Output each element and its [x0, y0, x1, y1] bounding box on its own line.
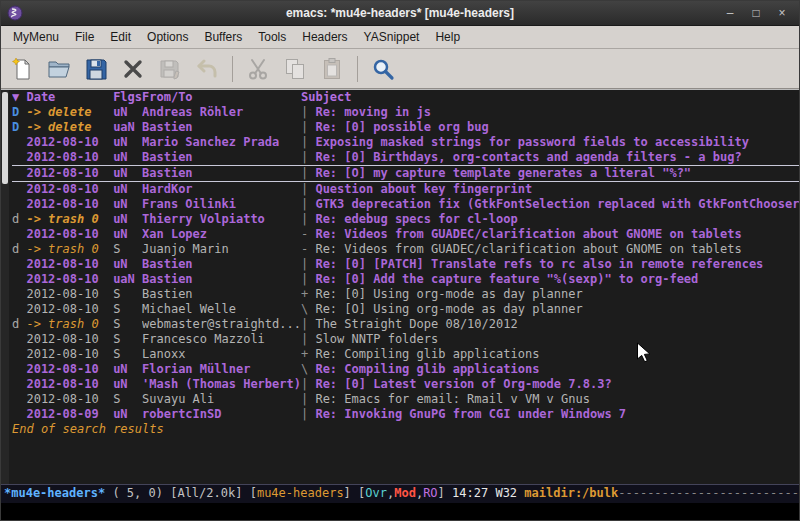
message-row[interactable]: 2012-08-10uNBastien| Re: [0] [PATCH] Tra… — [12, 257, 799, 272]
message-row[interactable]: 2012-08-10uNFlorian Müllner\ Re: Compili… — [12, 362, 799, 377]
column-header-flags[interactable]: Flgs — [113, 90, 142, 105]
menu-options[interactable]: Options — [139, 27, 196, 47]
modeline-segment: [ — [250, 486, 257, 500]
subject-text: Exposing masked strings for password fie… — [315, 135, 748, 149]
maximize-button[interactable]: □ — [747, 5, 765, 21]
message-from: Bastien — [142, 120, 301, 135]
message-mark — [12, 150, 26, 165]
menu-mymenu[interactable]: MyMenu — [5, 27, 67, 47]
menu-file[interactable]: File — [67, 27, 102, 47]
message-date: 2012-08-10 — [26, 302, 113, 317]
message-date: 2012-08-10 — [26, 287, 113, 302]
message-row[interactable]: D-> deleteuNAndreas Röhler| Re: moving i… — [12, 105, 799, 120]
message-row[interactable]: 2012-08-10SFrancesco Mazzoli| Slow NNTP … — [12, 332, 799, 347]
minibuffer — [1, 503, 799, 520]
search-icon[interactable] — [367, 54, 399, 84]
subject-text: Re: Invoking GnuPG from CGI under Window… — [315, 407, 626, 421]
message-row[interactable]: d-> trash 0uNThierry Volpiatto| Re: edeb… — [12, 212, 799, 227]
subject-text: GTK3 deprecation fix (GtkFontSelection r… — [315, 197, 799, 211]
menu-edit[interactable]: Edit — [102, 27, 139, 47]
subject-text: Re: Emacs for email: Rmail v VM v Gnus — [315, 392, 590, 406]
column-header-subject[interactable]: Subject — [301, 90, 799, 105]
message-date: -> trash 0 — [26, 317, 113, 332]
subject-text: Re: edebug specs for cl-loop — [315, 212, 517, 226]
message-flags: S — [113, 302, 142, 317]
message-date: 2012-08-10 — [26, 197, 113, 212]
message-subject: | Re: [O] my capture template generates … — [301, 166, 799, 181]
message-date: 2012-08-10 — [26, 150, 113, 165]
message-flags: uN — [113, 135, 142, 150]
message-row[interactable]: d-> trash 0SJuanjo Marin- Re: Videos fro… — [12, 242, 799, 257]
message-from: Bastien — [142, 287, 301, 302]
message-flags: S — [113, 332, 142, 347]
message-row[interactable]: 2012-08-10uNXan Lopez- Re: Videos from G… — [12, 227, 799, 242]
menu-headers[interactable]: Headers — [294, 27, 355, 47]
open-file-icon[interactable] — [43, 54, 75, 84]
message-row[interactable]: 2012-08-10SSuvayu Ali| Re: Emacs for ema… — [12, 392, 799, 407]
modeline-segment: mu4e-headers — [257, 486, 344, 500]
menu-tools[interactable]: Tools — [250, 27, 294, 47]
message-flags: uN — [113, 182, 142, 197]
toolbar-separator — [232, 56, 233, 82]
message-row[interactable]: 2012-08-10SMichael Welle\ Re: [O] Using … — [12, 302, 799, 317]
message-subject: | Re: Emacs for email: Rmail v VM v Gnus — [301, 392, 799, 407]
thread-prefix: | — [301, 272, 315, 286]
message-row[interactable]: d-> trash 0Swebmaster@straightd...| The … — [12, 317, 799, 332]
message-subject: - Re: Videos from GUADEC/clarification a… — [301, 227, 799, 242]
message-row[interactable]: 2012-08-10uaNBastien| Re: [0] Add the ca… — [12, 272, 799, 287]
message-from: Michael Welle — [142, 302, 301, 317]
message-subject: | Re: moving in js — [301, 105, 799, 120]
thread-prefix: + — [301, 347, 315, 361]
message-flags: uN — [113, 166, 142, 181]
subject-text: The Straight Dope 08/10/2012 — [315, 317, 517, 331]
message-date: 2012-08-10 — [26, 257, 113, 272]
scrollbar[interactable] — [1, 90, 9, 484]
message-mark — [12, 332, 26, 347]
undo-icon — [191, 54, 223, 84]
scrollbar-thumb[interactable] — [2, 92, 8, 184]
message-row[interactable]: 2012-08-10SBastien+ Re: [0] Using org-mo… — [12, 287, 799, 302]
message-date: 2012-08-10 — [26, 272, 113, 287]
message-date: 2012-08-10 — [26, 332, 113, 347]
modeline[interactable]: *mu4e-headers* ( 5, 0) [All/2.0k] [mu4e-… — [1, 484, 799, 503]
message-row[interactable]: 2012-08-10uNFrans Oilinki| GTK3 deprecat… — [12, 197, 799, 212]
message-date: -> delete — [26, 120, 113, 135]
message-row[interactable]: 2012-08-10uNMario Sanchez Prada| Exposin… — [12, 135, 799, 150]
message-row[interactable]: 2012-08-10SLanoxx+ Re: Compiling glib ap… — [12, 347, 799, 362]
subject-text: Re: Videos from GUADEC/clarification abo… — [315, 242, 741, 256]
menu-yasnippet[interactable]: YASnippet — [356, 27, 428, 47]
message-date: 2012-08-10 — [26, 377, 113, 392]
copy-icon — [279, 54, 311, 84]
header-line[interactable]: ▼ Date Flgs From/To Subject — [12, 90, 799, 105]
message-subject: | Re: [0] Birthdays, org-contacts and ag… — [301, 150, 799, 165]
message-mark: d — [12, 242, 26, 257]
close-buffer-icon[interactable] — [117, 54, 149, 84]
column-header-from[interactable]: From/To — [142, 90, 301, 105]
message-date: 2012-08-09 — [26, 407, 113, 422]
message-row[interactable]: 2012-08-09uNrobertcInSD| Re: Invoking Gn… — [12, 407, 799, 422]
message-row[interactable]: 2012-08-10uN'Mash (Thomas Herbert)| Re: … — [12, 377, 799, 392]
emacs-window: emacs: *mu4e-headers* [mu4e-headers] – □… — [0, 0, 800, 521]
modeline-segment: maildir:/bulk — [524, 486, 618, 500]
save-icon[interactable] — [80, 54, 112, 84]
message-subject: + Re: Compiling glib applications — [301, 347, 799, 362]
menu-help[interactable]: Help — [427, 27, 468, 47]
message-from: Frans Oilinki — [142, 197, 301, 212]
message-row[interactable]: 2012-08-10uNBastien| Re: [0] Birthdays, … — [12, 150, 799, 165]
message-flags: uN — [113, 257, 142, 272]
modeline-segment: Mod — [394, 486, 416, 500]
modeline-segment: [All/2.0k] — [170, 486, 249, 500]
sort-indicator-icon[interactable]: ▼ — [12, 90, 26, 105]
message-from: Francesco Mazzoli — [142, 332, 301, 347]
close-button[interactable]: × — [773, 5, 791, 21]
new-file-icon[interactable] — [6, 54, 38, 84]
menu-buffers[interactable]: Buffers — [196, 27, 250, 47]
minimize-button[interactable]: – — [721, 5, 739, 21]
message-date: 2012-08-10 — [26, 347, 113, 362]
column-header-date[interactable]: Date — [26, 90, 113, 105]
message-flags: uN — [113, 377, 142, 392]
message-row[interactable]: 2012-08-10uNBastien| Re: [O] my capture … — [12, 165, 799, 182]
message-row[interactable]: D-> deleteuaNBastien| Re: [0] possible o… — [12, 120, 799, 135]
emacs-app-icon[interactable] — [7, 5, 23, 21]
message-row[interactable]: 2012-08-10uNHardKor| Question about key … — [12, 182, 799, 197]
